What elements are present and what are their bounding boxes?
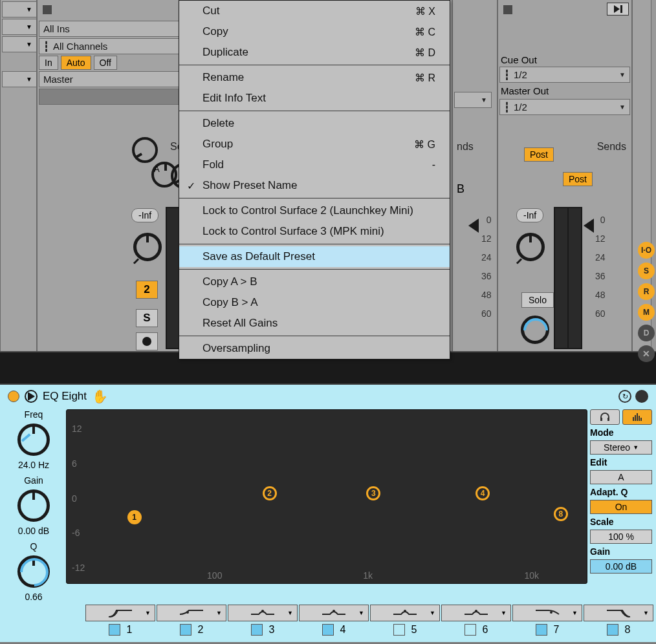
output-dropdown[interactable] [454, 92, 492, 108]
menu-item-label: Cut [202, 5, 219, 17]
menu-item[interactable]: Copy⌘ C [179, 21, 450, 42]
menu-item[interactable]: Copy A > B [179, 272, 450, 292]
track-activator-button[interactable]: 2 [136, 281, 158, 299]
volume-value[interactable]: -Inf [131, 208, 159, 222]
monitor-auto-button[interactable]: Auto [61, 56, 91, 70]
solo-button[interactable]: S [136, 309, 158, 327]
monitor-off-button[interactable]: Off [94, 56, 117, 70]
menu-item[interactable]: Rename⌘ R [179, 67, 450, 88]
band-type-dropdown-2[interactable] [157, 605, 226, 621]
y-tick: -6 [72, 528, 80, 538]
mode-dropdown[interactable]: Stereo [590, 440, 652, 455]
master-volume-value[interactable]: -Inf [516, 208, 543, 222]
menu-item-label: Copy A > B [202, 275, 257, 288]
menu-item[interactable]: Lock to Control Surface 3 (MPK mini) [179, 221, 450, 242]
menu-item[interactable]: Oversampling [179, 338, 450, 359]
freq-label: Freq [25, 409, 43, 420]
eq-node-4[interactable]: 4 [476, 486, 490, 500]
menu-item[interactable]: Lock to Control Surface 2 (Launchkey Min… [179, 200, 450, 221]
freq-value[interactable]: 24.0 Hz [18, 460, 49, 470]
device-activator-icon[interactable] [8, 391, 19, 402]
menu-item[interactable]: Duplicate⌘ D [179, 42, 450, 63]
play-icon [614, 5, 620, 13]
save-preset-icon[interactable] [635, 390, 648, 403]
fader-handle-icon[interactable] [468, 219, 479, 233]
outgain-value[interactable]: 0.00 dB [590, 559, 652, 574]
io-toggle[interactable]: I·O [638, 242, 655, 259]
clip-stop-icon[interactable] [43, 5, 52, 14]
menu-item[interactable]: Copy B > A [179, 292, 450, 313]
scale-value[interactable]: 100 % [590, 530, 652, 544]
edit-label: Edit [590, 457, 652, 467]
routing-dropdown[interactable] [2, 19, 37, 35]
menu-item[interactable]: Edit Info Text [179, 88, 450, 109]
mixer-toggle[interactable]: M [638, 304, 655, 321]
menu-separator [179, 269, 450, 270]
db-scale: 01224364860 [595, 215, 606, 319]
post-a-button[interactable]: Post [524, 147, 554, 162]
sends-label-partial: nds [457, 141, 474, 153]
monitor-in-button[interactable]: In [39, 56, 58, 70]
routing-dropdown[interactable] [2, 36, 37, 52]
eq-node-2[interactable]: 2 [263, 486, 277, 500]
gain-knob[interactable] [17, 489, 50, 522]
delay-toggle[interactable]: D [638, 325, 655, 341]
q-knob[interactable] [17, 555, 50, 588]
crossfade-toggle[interactable]: ✕ [638, 345, 655, 362]
pan-knob[interactable] [133, 233, 162, 261]
menu-item[interactable]: Save as Default Preset [179, 246, 450, 267]
audition-button[interactable] [590, 409, 620, 425]
fader-handle-icon[interactable] [584, 219, 594, 233]
master-out-dropdown[interactable]: ┇1/2 [499, 99, 630, 115]
menu-item[interactable]: Reset All Gains [179, 313, 450, 334]
post-b-button[interactable]: Post [563, 172, 593, 186]
menu-separator [179, 336, 450, 336]
band-type-dropdown-8[interactable] [584, 605, 653, 621]
eq-global-controls: Mode Stereo Edit A Adapt. Q On Scale 100… [590, 409, 652, 602]
master-pan-knob[interactable] [516, 233, 545, 261]
edit-select[interactable]: A [590, 470, 652, 484]
eq-node-3[interactable]: 3 [366, 486, 380, 500]
menu-item[interactable]: Cut⌘ X [179, 1, 450, 21]
band-enable-8[interactable]: 8 [584, 624, 653, 636]
menu-item[interactable]: Group⌘ G [179, 134, 450, 155]
returns-toggle[interactable]: R [638, 283, 655, 300]
eq-node-1[interactable]: 1 [127, 510, 142, 524]
band-type-dropdown-6[interactable] [441, 605, 511, 621]
cue-volume-knob[interactable] [521, 316, 549, 344]
band-type-dropdown-1[interactable] [85, 605, 155, 621]
band-type-dropdown-4[interactable] [299, 605, 369, 621]
band-type-dropdown-3[interactable] [228, 605, 298, 621]
spectrum-button[interactable] [622, 409, 652, 425]
freq-knob[interactable] [17, 424, 50, 456]
sends-toggle[interactable]: S [638, 263, 655, 279]
routing-dropdown[interactable] [2, 71, 37, 87]
q-value[interactable]: 0.66 [25, 592, 42, 602]
menu-item-label: Group [202, 138, 233, 151]
menu-item[interactable]: Show Preset Name [179, 175, 450, 196]
filter-bell-icon [250, 608, 276, 618]
band-type-dropdown-7[interactable] [512, 605, 582, 621]
arm-button[interactable] [136, 332, 158, 350]
adaptq-label: Adapt. Q [590, 487, 652, 497]
play-all-button[interactable] [607, 3, 629, 16]
filter-highcut-icon [606, 608, 631, 618]
menu-item[interactable]: Delete [179, 113, 450, 134]
hot-swap-icon[interactable]: ↻ [618, 390, 631, 403]
routing-dropdown[interactable] [2, 1, 37, 17]
device-play-icon[interactable] [25, 390, 38, 403]
send-a-knob[interactable] [132, 137, 158, 163]
gain-value[interactable]: 0.00 dB [18, 526, 49, 536]
eq-graph[interactable]: 1260-6-121001k10k12348 [66, 409, 587, 584]
menu-item[interactable]: Fold- [179, 155, 450, 175]
device-title-bar[interactable]: EQ Eight ✋ ↻ [1, 386, 655, 407]
band-type-dropdown-5[interactable] [370, 605, 440, 621]
device-name: EQ Eight [43, 390, 87, 403]
x-tick: 1k [363, 570, 373, 581]
master-solo-button[interactable]: Solo [521, 292, 554, 308]
clip-stop-icon[interactable] [503, 5, 512, 14]
cue-out-dropdown[interactable]: ┇1/2 [499, 67, 630, 83]
svg-rect-0 [600, 418, 602, 421]
eq-node-8[interactable]: 8 [554, 507, 568, 521]
adaptq-toggle[interactable]: On [590, 500, 652, 514]
